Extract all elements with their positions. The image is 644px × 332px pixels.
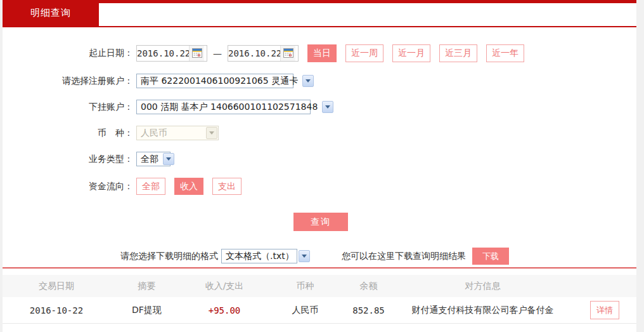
start-date-calendar-button[interactable] [189,46,204,61]
chevron-down-icon[interactable] [302,75,314,87]
download-hint: 您可以在这里下载查询明细结果 [342,251,466,262]
range-last-week-button[interactable]: 近一周 [345,44,383,62]
header-balance: 余额 [345,281,392,292]
download-format-select[interactable]: 文本格式（.txt） [221,249,297,263]
section-divider [3,267,636,269]
range-today-button[interactable]: 当日 [307,44,337,62]
date-separator: — [213,48,222,58]
start-date-field[interactable] [136,45,207,62]
header-summary: 摘要 [110,281,183,292]
header-amount: 收入/支出 [183,281,266,292]
fund-direction-row: 资金流向： 全部 收入 支出 [3,178,636,195]
download-format-label: 请您选择下载明细的格式 [120,251,218,262]
chevron-down-icon [206,127,217,139]
business-type-value: 全部 [137,154,162,165]
sub-account-label: 下挂账户： [3,102,133,113]
download-format-value: 文本格式（.txt） [222,251,298,262]
business-type-label: 业务类型： [3,154,133,165]
range-last-3-months-button[interactable]: 近三月 [439,44,477,62]
header-date: 交易日期 [3,281,110,292]
cell-balance: 852.85 [345,305,392,315]
calendar-icon [192,48,202,58]
query-form: 起止日期： [3,27,636,206]
table-header-row: 交易日期 摘要 收入/支出 币种 余额 对方信息 [3,275,636,297]
chevron-down-icon[interactable] [299,250,310,262]
business-type-select[interactable]: 全部 [136,152,171,166]
register-account-label: 请选择注册账户： [3,76,133,87]
detail-button[interactable]: 详情 [590,301,619,319]
date-range-label: 起止日期： [3,48,133,59]
sub-account-row: 下挂账户： 000 活期 基本户 1406600101102571848 [3,100,636,114]
range-last-year-button[interactable]: 近一年 [486,44,524,62]
currency-value: 人民币 [137,128,205,139]
table-row: 2016-10-22 DF提现 +95.00 人民币 852.85 财付通支付科… [3,297,636,324]
end-date-input[interactable] [228,48,280,58]
calendar-icon [283,48,293,58]
download-button[interactable]: 下载 [472,248,509,265]
chevron-down-icon[interactable] [163,153,174,165]
direction-income-button[interactable]: 收入 [174,178,203,195]
chevron-down-icon[interactable] [322,101,333,113]
register-account-value: 南平 6222001406100921065 灵通卡 [137,76,302,87]
register-account-row: 请选择注册账户： 南平 6222001406100921065 灵通卡 [3,74,636,88]
cell-summary: DF提现 [110,305,183,316]
start-date-input[interactable] [137,48,189,58]
cell-counterparty: 财付通支付科技有限公司客户备付金 [392,305,573,316]
fund-direction-label: 资金流向： [3,181,133,192]
business-type-row: 业务类型： 全部 [3,152,636,166]
download-row: 请您选择下载明细的格式 文本格式（.txt） 您可以在这里下载查询明细结果 下载 [3,248,636,265]
direction-all-button[interactable]: 全部 [136,178,165,195]
register-account-select[interactable]: 南平 6222001406100921065 灵通卡 [136,74,293,88]
tab-detail-query[interactable]: 明细查询 [3,0,99,26]
cell-currency: 人民币 [266,305,345,316]
end-date-calendar-button[interactable] [280,46,295,61]
currency-label: 币 种： [3,128,133,139]
direction-expense-button[interactable]: 支出 [212,178,242,195]
cell-actions: 详情 [573,301,636,319]
page: 明细查询 起止日期： [0,0,644,332]
sub-account-value: 000 活期 基本户 1406600101102571848 [137,102,321,113]
cell-amount: +95.00 [183,305,266,315]
query-button[interactable]: 查询 [293,213,348,231]
results-table: 交易日期 摘要 收入/支出 币种 余额 对方信息 2016-10-22 DF提现… [3,275,636,324]
content-panel: 明细查询 起止日期： [3,0,636,332]
currency-row: 币 种： 人民币 [3,126,636,140]
header-currency: 币种 [266,281,345,292]
range-last-month-button[interactable]: 近一月 [392,44,430,62]
cell-date: 2016-10-22 [3,305,110,315]
header-counterparty: 对方信息 [392,281,573,292]
currency-select: 人民币 [136,126,219,140]
end-date-field[interactable] [228,45,299,62]
date-range-row: 起止日期： [3,44,636,62]
sub-account-select[interactable]: 000 活期 基本户 1406600101102571848 [136,100,311,114]
